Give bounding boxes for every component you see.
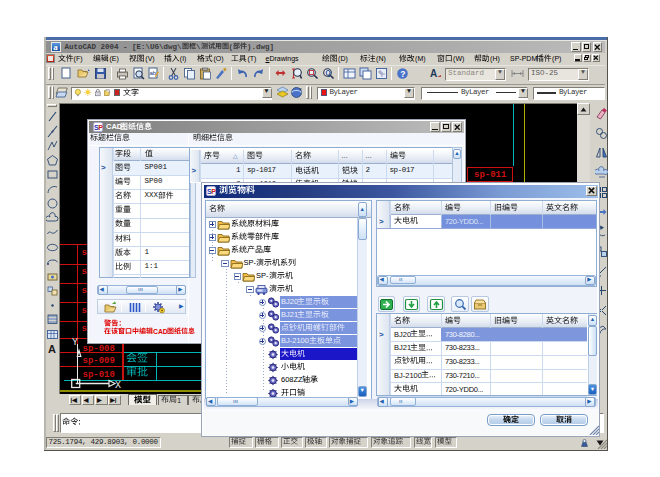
svg-text:Y: Y <box>72 337 78 348</box>
svg-text:A: A <box>430 68 437 79</box>
svg-text:A: A <box>48 343 56 355</box>
svg-text:?: ? <box>400 68 405 78</box>
svg-text:Q: Q <box>326 69 331 77</box>
svg-text:X: X <box>115 380 121 391</box>
